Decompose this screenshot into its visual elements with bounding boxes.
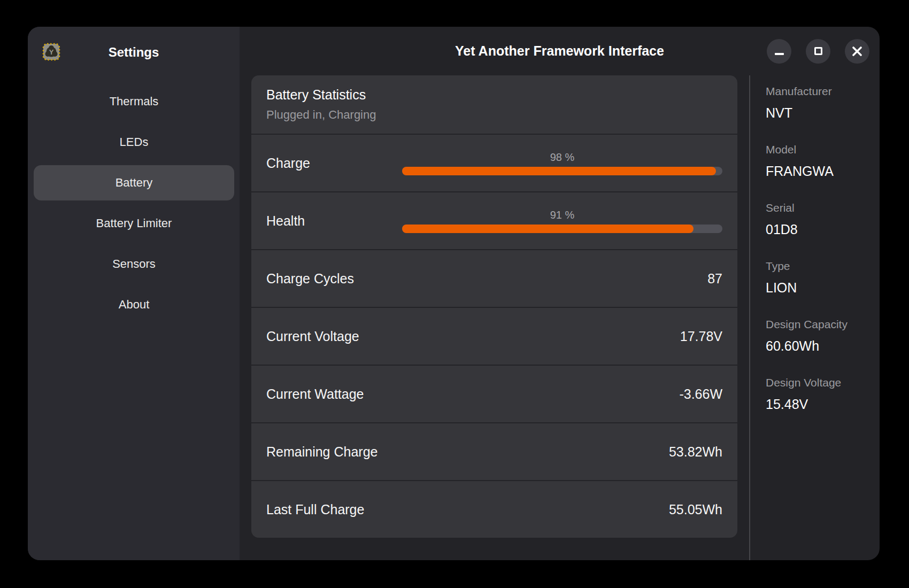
sidebar-item-about[interactable]: About xyxy=(34,287,234,322)
sidebar-item-thermals[interactable]: Thermals xyxy=(34,84,234,119)
current-wattage-value: -3.66W xyxy=(679,386,722,402)
maximize-icon xyxy=(814,47,822,55)
svg-text:Y: Y xyxy=(49,48,54,56)
health-bar-area: 91 % xyxy=(402,209,722,233)
sidebar-item-leds[interactable]: LEDs xyxy=(34,125,234,160)
design-voltage-label: Design Voltage xyxy=(766,376,874,389)
app-window: Y Settings Thermals LEDs Battery Battery… xyxy=(28,27,880,560)
design-voltage-value: 15.48V xyxy=(766,397,874,412)
serial-label: Serial xyxy=(766,202,874,214)
model-label: Model xyxy=(766,143,874,156)
manufacturer-value: NVT xyxy=(766,105,874,121)
last-full-charge-value: 55.05Wh xyxy=(669,502,722,517)
manufacturer-entry: Manufacturer NVT xyxy=(766,85,874,121)
current-voltage-row: Current Voltage 17.78V xyxy=(251,307,737,365)
health-label: Health xyxy=(266,213,402,229)
sidebar-title: Settings xyxy=(109,45,159,60)
health-progress-fill xyxy=(402,225,694,233)
close-button[interactable] xyxy=(845,39,869,64)
health-percent-label: 91 % xyxy=(550,209,575,221)
design-capacity-label: Design Capacity xyxy=(766,318,874,331)
type-value: LION xyxy=(766,280,874,296)
charge-progress-fill xyxy=(402,167,716,175)
current-voltage-label: Current Voltage xyxy=(266,329,359,344)
remaining-charge-row: Remaining Charge 53.82Wh xyxy=(251,422,737,480)
type-entry: Type LION xyxy=(766,260,874,296)
current-wattage-label: Current Wattage xyxy=(266,386,364,402)
charge-progress-track xyxy=(402,167,722,175)
remaining-charge-label: Remaining Charge xyxy=(266,444,378,460)
serial-value: 01D8 xyxy=(766,222,874,237)
main-content: Battery Statistics Plugged in, Charging … xyxy=(240,75,749,560)
battery-info-panel: Manufacturer NVT Model FRANGWA Serial 01… xyxy=(749,75,880,560)
card-title: Battery Statistics xyxy=(266,87,366,103)
content-area: Battery Statistics Plugged in, Charging … xyxy=(240,75,880,560)
design-voltage-entry: Design Voltage 15.48V xyxy=(766,376,874,412)
charge-cycles-row: Charge Cycles 87 xyxy=(251,249,737,307)
minimize-icon xyxy=(775,53,784,55)
last-full-charge-label: Last Full Charge xyxy=(266,502,364,517)
sidebar-nav: Thermals LEDs Battery Battery Limiter Se… xyxy=(28,78,240,322)
model-entry: Model FRANGWA xyxy=(766,143,874,179)
sidebar-item-battery[interactable]: Battery xyxy=(34,165,234,200)
design-capacity-entry: Design Capacity 60.60Wh xyxy=(766,318,874,354)
remaining-charge-value: 53.82Wh xyxy=(669,444,722,460)
charge-cycles-value: 87 xyxy=(707,271,722,287)
health-progress-track xyxy=(402,225,722,233)
maximize-button[interactable] xyxy=(806,39,830,64)
charge-row: Charge 98 % xyxy=(251,134,737,191)
design-capacity-value: 60.60Wh xyxy=(766,338,874,354)
charge-cycles-label: Charge Cycles xyxy=(266,271,354,287)
titlebar: Yet Another Framework Interface xyxy=(240,27,880,75)
window-controls xyxy=(767,27,869,75)
charging-status-text: Plugged in, Charging xyxy=(266,108,376,122)
sidebar-header: Y Settings xyxy=(28,27,240,78)
app-gear-chip-icon: Y xyxy=(42,42,61,61)
minimize-button[interactable] xyxy=(767,39,791,64)
charge-bar-area: 98 % xyxy=(402,151,722,175)
charge-percent-label: 98 % xyxy=(550,151,575,164)
sidebar-item-battery-limiter[interactable]: Battery Limiter xyxy=(34,206,234,241)
serial-entry: Serial 01D8 xyxy=(766,202,874,237)
health-row: Health 91 % xyxy=(251,191,737,249)
sidebar: Y Settings Thermals LEDs Battery Battery… xyxy=(28,27,240,560)
type-label: Type xyxy=(766,260,874,273)
battery-statistics-card: Battery Statistics Plugged in, Charging … xyxy=(251,75,737,538)
manufacturer-label: Manufacturer xyxy=(766,85,874,98)
current-voltage-value: 17.78V xyxy=(680,329,722,344)
right-section: Yet Another Framework Interface xyxy=(240,27,880,560)
close-icon xyxy=(852,47,862,56)
model-value: FRANGWA xyxy=(766,164,874,179)
last-full-charge-row: Last Full Charge 55.05Wh xyxy=(251,480,737,538)
current-wattage-row: Current Wattage -3.66W xyxy=(251,365,737,422)
card-header: Battery Statistics Plugged in, Charging xyxy=(251,75,737,134)
charge-label: Charge xyxy=(266,156,402,171)
sidebar-item-sensors[interactable]: Sensors xyxy=(34,246,234,282)
